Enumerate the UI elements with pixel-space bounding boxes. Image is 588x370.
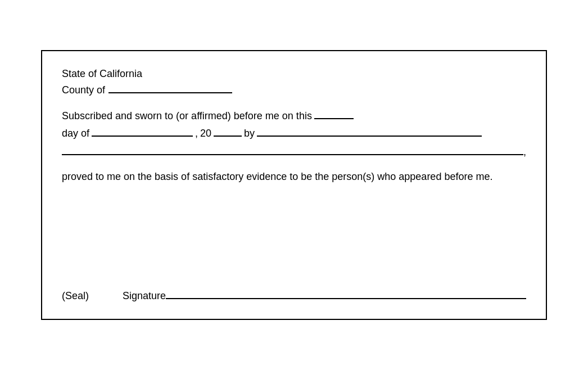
comma2: , <box>523 143 526 161</box>
year-prefix: 20 <box>200 125 211 142</box>
county-field[interactable] <box>108 82 232 93</box>
county-line: County of <box>62 82 526 96</box>
by-label: by <box>244 125 255 142</box>
subscribed-line1: Subscribed and sworn to (or affirmed) be… <box>62 107 526 125</box>
year-field[interactable] <box>214 125 242 137</box>
bottom-section: (Seal) Signature <box>62 282 526 302</box>
notary-block: State of California County of Subscribed… <box>41 50 547 320</box>
signature-field[interactable] <box>166 288 526 299</box>
top-section: State of California County of Subscribed… <box>62 68 526 185</box>
day-label: day of <box>62 125 89 142</box>
seal-label: (Seal) <box>62 290 89 302</box>
full-line-row: , <box>62 142 526 161</box>
comma1: , <box>195 125 198 142</box>
signature-area: Signature <box>123 288 526 302</box>
day-number-field[interactable] <box>314 108 354 119</box>
continuation-field[interactable] <box>62 144 523 155</box>
subscribed-line2: day of , 20 by <box>62 125 526 142</box>
name-field[interactable] <box>257 125 482 137</box>
state-line: State of California <box>62 68 526 80</box>
signature-label: Signature <box>123 290 166 302</box>
county-label: County of <box>62 84 105 96</box>
subscribed-text: Subscribed and sworn to (or affirmed) be… <box>62 107 312 125</box>
proved-block: proved to me on the basis of satisfactor… <box>62 169 526 185</box>
subscribed-block: Subscribed and sworn to (or affirmed) be… <box>62 107 526 163</box>
month-field[interactable] <box>92 125 193 137</box>
